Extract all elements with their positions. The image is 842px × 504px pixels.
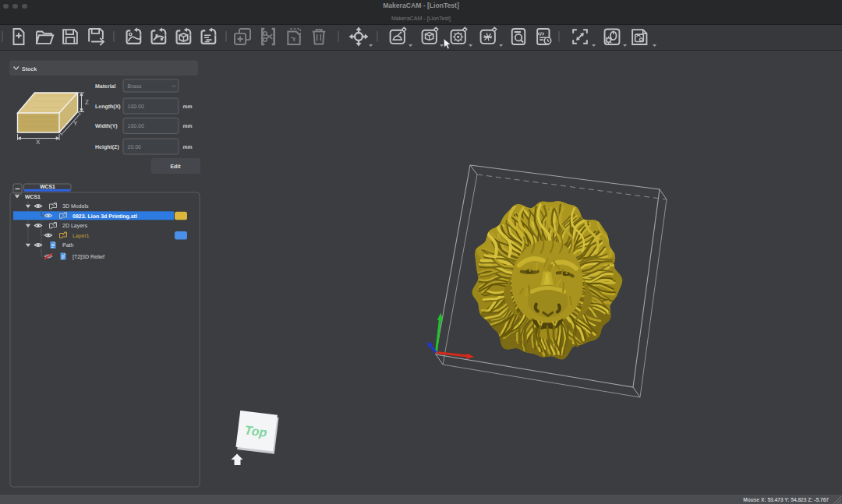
svg-text:0823. Lion 3d Printing.stl: 0823. Lion 3d Printing.stl [73,213,137,220]
svg-text:3D Models: 3D Models [62,203,89,210]
svg-text:Length(X): Length(X) [95,104,121,110]
svg-text:Stock: Stock [22,66,37,72]
svg-text:Z: Z [85,99,89,106]
svg-text:Y: Y [73,120,78,127]
svg-text:mm: mm [183,145,193,150]
svg-text:20.00: 20.00 [128,145,142,150]
svg-text:Top: Top [244,424,268,439]
svg-text:Material: Material [95,83,116,90]
svg-text:Edit: Edit [170,164,181,170]
svg-text:Height(Z): Height(Z) [95,144,119,150]
svg-text:WCS1: WCS1 [25,195,41,200]
svg-text:X: X [36,139,41,146]
svg-text:[T2]3D Relief: [T2]3D Relief [73,254,104,260]
svg-text:Brass: Brass [128,84,142,90]
svg-text:100.00: 100.00 [128,104,145,110]
svg-text:100.00: 100.00 [128,124,145,129]
svg-text:Layer1: Layer1 [73,234,90,239]
svg-text:mm: mm [183,104,193,110]
svg-text:2D Layers: 2D Layers [62,224,87,229]
svg-text:Width(Y): Width(Y) [95,123,118,129]
svg-text:WCS1: WCS1 [40,185,55,190]
svg-text:mm: mm [183,124,193,129]
svg-text:Path: Path [62,242,74,248]
